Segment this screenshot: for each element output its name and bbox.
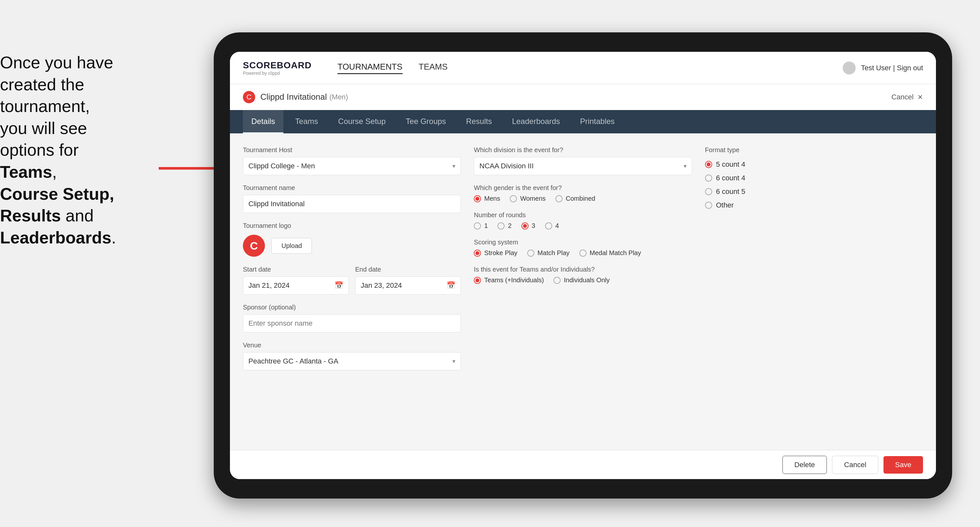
rounds-label: Number of rounds bbox=[474, 211, 692, 219]
tab-tee-groups[interactable]: Tee Groups bbox=[398, 110, 454, 133]
tournament-logo-label: Tournament logo bbox=[243, 222, 461, 230]
rounds-4[interactable]: 4 bbox=[545, 222, 559, 230]
form-col-left: Tournament Host Clippd College - Men ▾ T… bbox=[243, 146, 461, 370]
logo-area: SCOREBOARD Powered by clippd bbox=[243, 60, 312, 76]
format-label: Format type bbox=[705, 146, 923, 154]
gender-womens-radio[interactable] bbox=[510, 195, 517, 202]
scoring-stroke-play[interactable]: Stroke Play bbox=[474, 249, 517, 257]
teams-label: Is this event for Teams and/or Individua… bbox=[474, 266, 692, 273]
division-group: Which division is the event for? NCAA Di… bbox=[474, 146, 692, 175]
sponsor-input[interactable] bbox=[243, 314, 461, 332]
scoring-medal-match-radio[interactable] bbox=[579, 249, 587, 257]
gender-mens-radio[interactable] bbox=[474, 195, 481, 202]
start-date-label: Start date bbox=[243, 266, 349, 273]
logo-upload-area: C Upload bbox=[243, 235, 461, 257]
nav-tournaments[interactable]: TOURNAMENTS bbox=[337, 62, 402, 74]
format-5count4[interactable]: 5 count 4 bbox=[705, 160, 923, 169]
format-6count5[interactable]: 6 count 5 bbox=[705, 187, 923, 196]
individuals-only-radio[interactable] bbox=[554, 277, 561, 284]
main-content: Tournament Host Clippd College - Men ▾ T… bbox=[230, 133, 936, 450]
tournament-host-label: Tournament Host bbox=[243, 146, 461, 154]
tournament-name-input[interactable]: Clippd Invitational bbox=[243, 195, 461, 213]
tab-course-setup[interactable]: Course Setup bbox=[330, 110, 394, 133]
teams-radio-group: Teams (+Individuals) Individuals Only bbox=[474, 276, 692, 284]
tablet-screen: SCOREBOARD Powered by clippd TOURNAMENTS… bbox=[230, 52, 936, 479]
end-date-label: End date bbox=[355, 266, 461, 273]
navbar-right: Test User | Sign out bbox=[843, 62, 923, 75]
gender-label: Which gender is the event for? bbox=[474, 184, 692, 192]
gender-combined-radio[interactable] bbox=[555, 195, 563, 202]
format-group: Format type 5 count 4 6 count 4 bbox=[705, 146, 923, 210]
scoring-match-play-radio[interactable] bbox=[527, 249, 535, 257]
teams-plus-radio[interactable] bbox=[474, 277, 481, 284]
rounds-3-radio[interactable] bbox=[522, 222, 528, 230]
dropdown-caret-icon: ▾ bbox=[452, 162, 455, 170]
logo-text: SCOREBOARD bbox=[243, 60, 312, 71]
format-other[interactable]: Other bbox=[705, 201, 923, 210]
format-6count4[interactable]: 6 count 4 bbox=[705, 174, 923, 182]
end-date-input[interactable]: Jan 23, 2024 📅 bbox=[355, 276, 461, 295]
end-date-group: End date Jan 23, 2024 📅 bbox=[355, 266, 461, 295]
gender-group: Which gender is the event for? Mens Wome… bbox=[474, 184, 692, 202]
format-6count5-radio[interactable] bbox=[705, 188, 712, 195]
start-date-group: Start date Jan 21, 2024 📅 bbox=[243, 266, 349, 295]
navbar: SCOREBOARD Powered by clippd TOURNAMENTS… bbox=[230, 52, 936, 84]
footer: Delete Cancel Save bbox=[230, 450, 936, 479]
format-options-list: 5 count 4 6 count 4 6 count 5 bbox=[705, 157, 923, 210]
save-button[interactable]: Save bbox=[883, 456, 923, 474]
tab-printables[interactable]: Printables bbox=[572, 110, 623, 133]
venue-input[interactable]: Peachtree GC - Atlanta - GA ▾ bbox=[243, 352, 461, 370]
back-button[interactable]: C bbox=[243, 91, 255, 103]
logo-icon: C bbox=[243, 235, 265, 257]
teams-group: Is this event for Teams and/or Individua… bbox=[474, 266, 692, 284]
scoring-match-play[interactable]: Match Play bbox=[527, 249, 570, 257]
delete-button[interactable]: Delete bbox=[783, 456, 827, 474]
rounds-2-radio[interactable] bbox=[498, 222, 504, 230]
tab-results[interactable]: Results bbox=[458, 110, 500, 133]
scoring-medal-match[interactable]: Medal Match Play bbox=[579, 249, 641, 257]
rounds-4-radio[interactable] bbox=[545, 222, 552, 230]
nav-teams[interactable]: TEAMS bbox=[419, 62, 448, 74]
scoring-label: Scoring system bbox=[474, 238, 692, 246]
calendar-icon-end: 📅 bbox=[447, 281, 455, 290]
sponsor-label: Sponsor (optional) bbox=[243, 304, 461, 311]
user-signout[interactable]: Test User | Sign out bbox=[861, 64, 923, 72]
division-input[interactable]: NCAA Division III ▾ bbox=[474, 157, 692, 175]
tournament-header: C Clippd Invitational (Men) Cancel ✕ bbox=[230, 84, 936, 110]
cancel-close-button[interactable]: Cancel ✕ bbox=[891, 93, 923, 101]
individuals-only[interactable]: Individuals Only bbox=[554, 276, 609, 284]
tab-details[interactable]: Details bbox=[243, 110, 283, 133]
tablet-device: SCOREBOARD Powered by clippd TOURNAMENTS… bbox=[214, 32, 952, 498]
gender-radio-group: Mens Womens Combined bbox=[474, 195, 692, 202]
rounds-2[interactable]: 2 bbox=[498, 222, 511, 230]
user-avatar-icon bbox=[843, 62, 856, 75]
venue-group: Venue Peachtree GC - Atlanta - GA ▾ bbox=[243, 341, 461, 370]
gender-combined[interactable]: Combined bbox=[555, 195, 595, 202]
format-other-radio[interactable] bbox=[705, 202, 712, 209]
gender-mens[interactable]: Mens bbox=[474, 195, 500, 202]
rounds-radio-group: 1 2 3 4 bbox=[474, 222, 692, 230]
division-label: Which division is the event for? bbox=[474, 146, 692, 154]
tournament-host-input[interactable]: Clippd College - Men ▾ bbox=[243, 157, 461, 175]
division-caret-icon: ▾ bbox=[684, 162, 687, 170]
upload-button[interactable]: Upload bbox=[271, 238, 312, 254]
tournament-subtitle: (Men) bbox=[329, 93, 348, 101]
tab-teams[interactable]: Teams bbox=[286, 110, 326, 133]
form-col-middle: Which division is the event for? NCAA Di… bbox=[474, 146, 692, 370]
venue-label: Venue bbox=[243, 341, 461, 349]
nav-links: TOURNAMENTS TEAMS bbox=[337, 62, 447, 74]
instruction-text: Once you have created the tournament, yo… bbox=[0, 52, 181, 249]
tab-leaderboards[interactable]: Leaderboards bbox=[504, 110, 568, 133]
scoring-stroke-play-radio[interactable] bbox=[474, 249, 481, 257]
tournament-host-group: Tournament Host Clippd College - Men ▾ bbox=[243, 146, 461, 175]
rounds-1[interactable]: 1 bbox=[474, 222, 488, 230]
format-5count4-radio[interactable] bbox=[705, 161, 712, 168]
rounds-3[interactable]: 3 bbox=[522, 222, 535, 230]
gender-womens[interactable]: Womens bbox=[510, 195, 546, 202]
format-6count4-radio[interactable] bbox=[705, 175, 712, 182]
start-date-input[interactable]: Jan 21, 2024 📅 bbox=[243, 276, 349, 295]
rounds-1-radio[interactable] bbox=[474, 222, 481, 230]
calendar-icon: 📅 bbox=[334, 281, 343, 290]
teams-plus-individuals[interactable]: Teams (+Individuals) bbox=[474, 276, 544, 284]
cancel-button[interactable]: Cancel bbox=[832, 456, 878, 474]
